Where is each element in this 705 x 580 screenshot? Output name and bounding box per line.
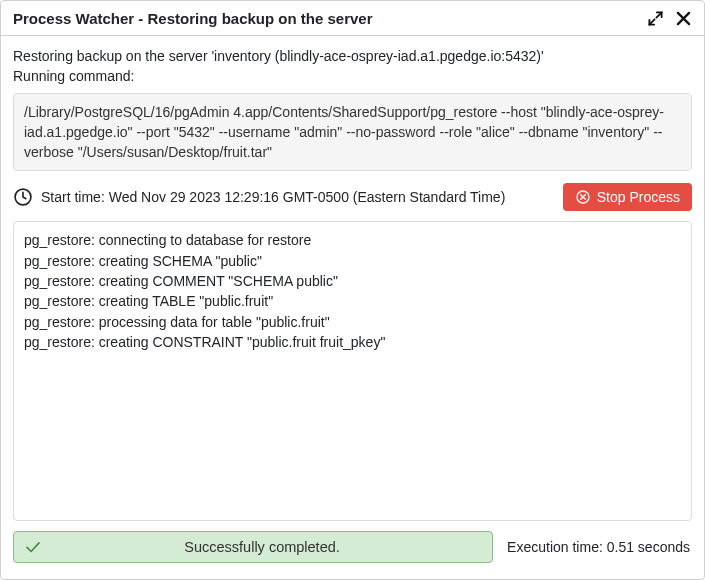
stop-process-button[interactable]: Stop Process	[563, 183, 692, 211]
description: Restoring backup on the server 'inventor…	[13, 46, 692, 87]
start-time-row: Start time: Wed Nov 29 2023 12:29:16 GMT…	[13, 183, 692, 211]
status-bar: Successfully completed.	[13, 531, 493, 563]
start-time-label: Start time:	[41, 189, 105, 205]
dialog-title: Process Watcher - Restoring backup on th…	[13, 10, 373, 27]
stop-process-label: Stop Process	[597, 189, 680, 205]
status-message: Successfully completed.	[42, 539, 482, 555]
cancel-circle-icon	[575, 189, 591, 205]
start-time: Start time: Wed Nov 29 2023 12:29:16 GMT…	[13, 187, 505, 207]
header-actions	[646, 9, 692, 27]
execution-time: Execution time: 0.51 seconds	[507, 531, 692, 563]
dialog-header: Process Watcher - Restoring backup on th…	[1, 1, 704, 36]
running-command-label: Running command:	[13, 66, 692, 86]
footer: Successfully completed. Execution time: …	[13, 521, 692, 575]
dialog-body: Restoring backup on the server 'inventor…	[1, 36, 704, 575]
command-box: /Library/PostgreSQL/16/pgAdmin 4.app/Con…	[13, 93, 692, 172]
execution-time-value: 0.51 seconds	[607, 539, 690, 555]
execution-time-label: Execution time:	[507, 539, 603, 555]
close-icon[interactable]	[674, 9, 692, 27]
description-line: Restoring backup on the server 'inventor…	[13, 46, 692, 66]
clock-icon	[13, 187, 33, 207]
start-time-value: Wed Nov 29 2023 12:29:16 GMT-0500 (Easte…	[109, 189, 506, 205]
check-icon	[24, 538, 42, 556]
start-time-text: Start time: Wed Nov 29 2023 12:29:16 GMT…	[41, 189, 505, 205]
expand-icon[interactable]	[646, 9, 664, 27]
log-output[interactable]: pg_restore: connecting to database for r…	[13, 221, 692, 521]
